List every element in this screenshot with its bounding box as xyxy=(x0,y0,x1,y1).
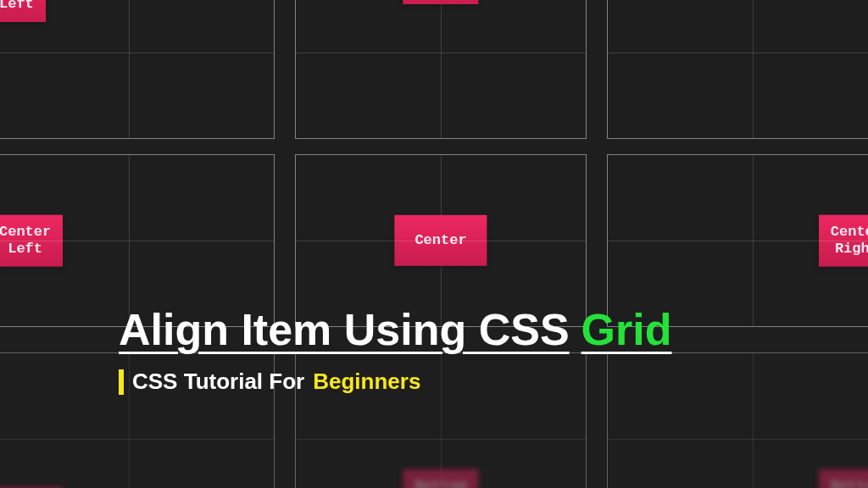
box-label: Center xyxy=(415,232,466,248)
subtitle: CSS Tutorial For Beginners xyxy=(119,369,672,395)
cell-center-right: CenterRight xyxy=(607,154,868,327)
box-label: CenterLeft xyxy=(0,224,51,257)
box-label: TopLeft xyxy=(0,0,34,12)
title-text: Align Item Using CSS xyxy=(119,304,570,355)
cell-top-center: Center xyxy=(295,0,587,139)
grid-demo-container: TopLeft Center CenterLeft Center CenterR… xyxy=(0,0,868,488)
accent-bar-icon xyxy=(119,369,124,395)
box-label: CenterRight xyxy=(831,224,868,257)
box-center: Center xyxy=(394,215,487,266)
subtitle-accent: Beginners xyxy=(313,369,420,395)
box-bottom-center: BottomCenter xyxy=(403,469,478,488)
box-top-center: Center xyxy=(403,0,478,4)
box-bottom-right: BottomRight xyxy=(819,469,868,488)
box-center-right: CenterRight xyxy=(819,215,868,267)
box-label: BottomRight xyxy=(831,478,868,488)
title-overlay: Align Item Using CSS Grid CSS Tutorial F… xyxy=(119,304,672,395)
cell-center: Center xyxy=(295,154,587,327)
box-center-left: CenterLeft xyxy=(0,215,63,267)
box-label: BottomCenter xyxy=(415,478,466,488)
cell-top-right xyxy=(607,0,868,139)
cell-center-left: CenterLeft xyxy=(0,154,275,327)
title-accent: Grid xyxy=(581,304,672,355)
cell-top-left: TopLeft xyxy=(0,0,275,139)
subtitle-text: CSS Tutorial For xyxy=(132,369,304,395)
box-top-left: TopLeft xyxy=(0,0,46,22)
main-title: Align Item Using CSS Grid xyxy=(119,304,672,355)
